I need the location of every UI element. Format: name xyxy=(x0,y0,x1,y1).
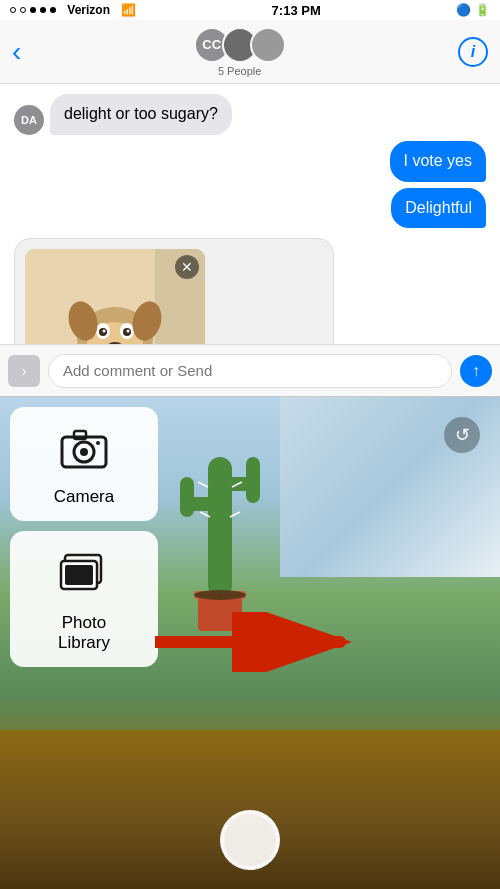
svg-point-33 xyxy=(96,441,100,445)
message-input[interactable] xyxy=(48,354,452,388)
photo-library-app-card[interactable]: PhotoLibrary xyxy=(10,531,158,667)
rotate-icon: ↺ xyxy=(455,424,470,446)
photo-library-icon xyxy=(59,551,109,605)
send-icon: ↑ xyxy=(472,362,480,380)
photo-library-label: PhotoLibrary xyxy=(58,613,110,653)
svg-point-28 xyxy=(194,590,246,600)
signal-dot-5 xyxy=(50,7,56,13)
expand-button[interactable]: › xyxy=(8,355,40,387)
message-bubble-sent-2: Delightful xyxy=(391,188,486,229)
svg-rect-21 xyxy=(246,457,260,503)
group-subtitle: 5 People xyxy=(218,65,261,77)
left-panel: Camera PhotoLibrary xyxy=(0,397,168,889)
svg-rect-17 xyxy=(208,457,232,597)
svg-rect-19 xyxy=(180,477,194,517)
status-bar: Verizon 📶 7:13 PM 🔵 🔋 xyxy=(0,0,500,20)
back-icon: ‹ xyxy=(12,36,21,68)
image-message-container: ✕ xyxy=(14,238,334,344)
carrier-label: Verizon xyxy=(67,3,110,17)
camera-label: Camera xyxy=(54,487,114,507)
info-icon: i xyxy=(471,43,475,61)
wifi-icon: 📶 xyxy=(121,3,136,17)
svg-point-10 xyxy=(103,330,106,333)
navigation-bar: ‹ CC 5 People i xyxy=(0,20,500,84)
avatar-3 xyxy=(250,27,286,63)
info-button[interactable]: i xyxy=(458,37,488,67)
cactus-image xyxy=(160,417,280,637)
signal-dot-1 xyxy=(10,7,16,13)
status-right: 🔵 🔋 xyxy=(456,3,490,17)
send-button[interactable]: ↑ xyxy=(460,355,492,387)
message-bubble-sent-1: I vote yes xyxy=(390,141,486,182)
dog-image: ✕ xyxy=(25,249,205,344)
message-row-received: DA delight or too sugary? xyxy=(14,94,486,135)
expand-icon: › xyxy=(22,363,27,379)
chat-area: DA delight or too sugary? I vote yes Del… xyxy=(0,84,500,344)
signal-dot-3 xyxy=(30,7,36,13)
red-arrow xyxy=(155,612,355,676)
battery-icon: 🔋 xyxy=(475,3,490,17)
bluetooth-icon: 🔵 xyxy=(456,3,471,17)
camera-rotate-button[interactable]: ↺ xyxy=(444,417,480,453)
svg-rect-36 xyxy=(65,565,93,585)
avatar-group: CC xyxy=(194,27,286,63)
message-bubble-received: delight or too sugary? xyxy=(50,94,232,135)
input-bar: › ↑ xyxy=(0,344,500,396)
nav-center: CC 5 People xyxy=(194,27,286,77)
svg-rect-32 xyxy=(74,431,86,439)
message-row-sent-2: Delightful xyxy=(14,188,486,229)
camera-app-card[interactable]: Camera xyxy=(10,407,158,521)
back-button[interactable]: ‹ xyxy=(12,36,21,68)
camera-shutter-button[interactable] xyxy=(220,810,280,870)
bottom-panel: ↺ Camera xyxy=(0,397,500,889)
svg-point-11 xyxy=(127,330,130,333)
sender-avatar-da: DA xyxy=(14,105,44,135)
signal-dot-2 xyxy=(20,7,26,13)
svg-line-22 xyxy=(198,482,208,487)
status-time: 7:13 PM xyxy=(272,3,321,18)
svg-point-31 xyxy=(80,448,88,456)
camera-icon xyxy=(60,427,108,479)
signal-dot-4 xyxy=(40,7,46,13)
status-left: Verizon 📶 xyxy=(10,3,136,17)
message-row-sent-1: I vote yes xyxy=(14,141,486,182)
